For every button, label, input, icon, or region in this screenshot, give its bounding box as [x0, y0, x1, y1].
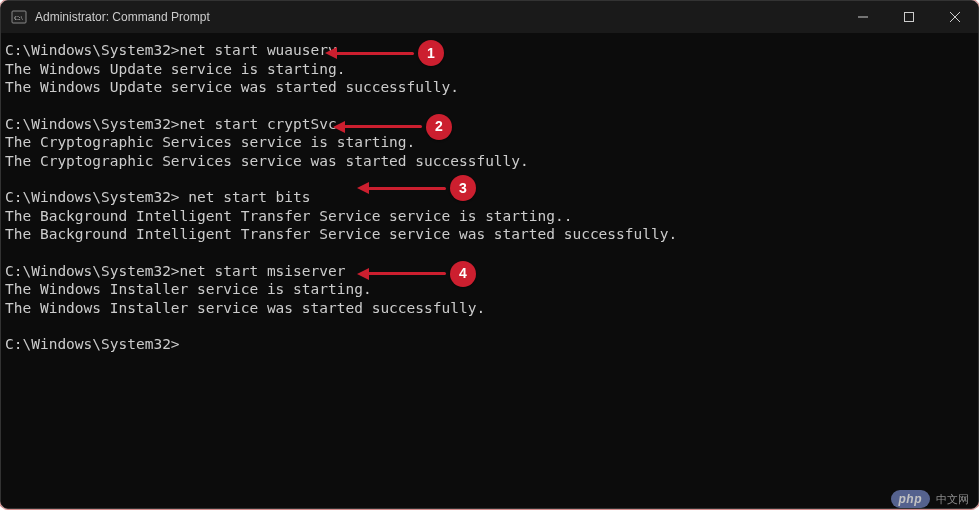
command-prompt-window: C:\ Administrator: Command Prompt C:\Win… — [0, 0, 979, 509]
titlebar-left: C:\ Administrator: Command Prompt — [11, 9, 210, 25]
window-controls — [840, 1, 978, 33]
svg-text:C:\: C:\ — [14, 14, 23, 22]
titlebar[interactable]: C:\ Administrator: Command Prompt — [1, 1, 978, 33]
output-line: The Windows Installer service was starte… — [5, 299, 974, 318]
command-line: C:\Windows\System32>net start msiserver — [5, 262, 974, 281]
terminal-output[interactable]: C:\Windows\System32>net start wuauservTh… — [1, 33, 978, 508]
output-line: The Windows Update service is starting. — [5, 60, 974, 79]
maximize-button[interactable] — [886, 1, 932, 33]
output-line: The Windows Installer service is startin… — [5, 280, 974, 299]
minimize-button[interactable] — [840, 1, 886, 33]
command-block-1: C:\Windows\System32>net start wuauservTh… — [5, 41, 974, 97]
watermark: php 中文网 — [891, 490, 970, 508]
command-line: C:\Windows\System32>net start wuauserv — [5, 41, 974, 60]
close-button[interactable] — [932, 1, 978, 33]
php-logo-pill: php — [891, 490, 931, 508]
output-line: The Background Intelligent Transfer Serv… — [5, 207, 974, 226]
command-line: C:\Windows\System32> net start bits — [5, 188, 974, 207]
window-title: Administrator: Command Prompt — [35, 10, 210, 24]
command-block-3: C:\Windows\System32> net start bitsThe B… — [5, 188, 974, 244]
output-line: The Background Intelligent Transfer Serv… — [5, 225, 974, 244]
command-block-4: C:\Windows\System32>net start msiserverT… — [5, 262, 974, 318]
command-block-2: C:\Windows\System32>net start cryptSvcTh… — [5, 115, 974, 171]
output-line: The Cryptographic Services service was s… — [5, 152, 974, 171]
output-line: The Cryptographic Services service is st… — [5, 133, 974, 152]
output-line: The Windows Update service was started s… — [5, 78, 974, 97]
command-line: C:\Windows\System32>net start cryptSvc — [5, 115, 974, 134]
cmd-icon: C:\ — [11, 9, 27, 25]
prompt-line: C:\Windows\System32> — [5, 335, 974, 354]
svg-rect-3 — [905, 13, 914, 22]
watermark-text: 中文网 — [936, 492, 969, 507]
